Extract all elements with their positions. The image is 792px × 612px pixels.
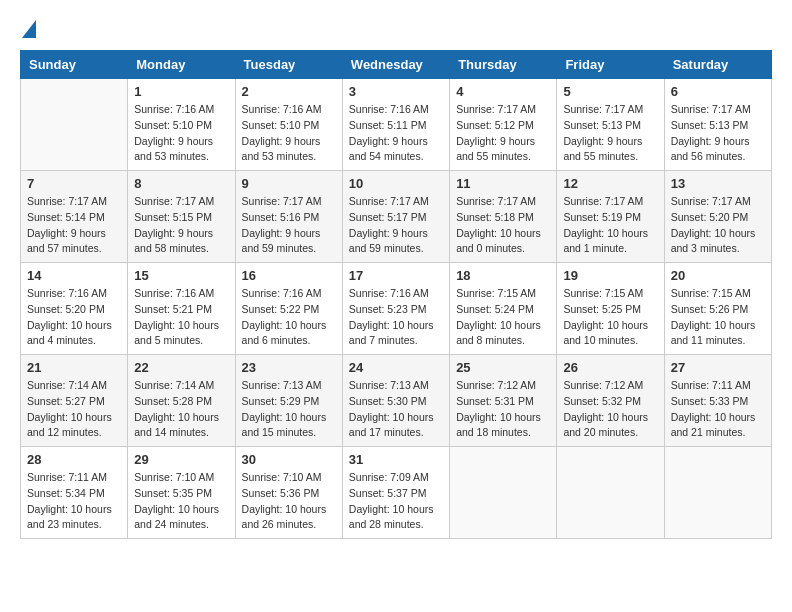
calendar-cell: 27Sunrise: 7:11 AMSunset: 5:33 PMDayligh… [664,355,771,447]
calendar-cell: 19Sunrise: 7:15 AMSunset: 5:25 PMDayligh… [557,263,664,355]
day-info: Sunrise: 7:17 AMSunset: 5:20 PMDaylight:… [671,194,765,257]
day-number: 6 [671,84,765,99]
day-number: 29 [134,452,228,467]
day-info: Sunrise: 7:17 AMSunset: 5:19 PMDaylight:… [563,194,657,257]
day-number: 17 [349,268,443,283]
day-info: Sunrise: 7:17 AMSunset: 5:13 PMDaylight:… [671,102,765,165]
weekday-header-thursday: Thursday [450,51,557,79]
weekday-header-friday: Friday [557,51,664,79]
day-number: 25 [456,360,550,375]
calendar-cell: 20Sunrise: 7:15 AMSunset: 5:26 PMDayligh… [664,263,771,355]
day-number: 27 [671,360,765,375]
day-number: 30 [242,452,336,467]
calendar-cell: 5Sunrise: 7:17 AMSunset: 5:13 PMDaylight… [557,79,664,171]
day-number: 1 [134,84,228,99]
calendar-cell: 3Sunrise: 7:16 AMSunset: 5:11 PMDaylight… [342,79,449,171]
day-number: 7 [27,176,121,191]
day-info: Sunrise: 7:10 AMSunset: 5:35 PMDaylight:… [134,470,228,533]
day-info: Sunrise: 7:17 AMSunset: 5:15 PMDaylight:… [134,194,228,257]
day-number: 21 [27,360,121,375]
calendar-week-row: 21Sunrise: 7:14 AMSunset: 5:27 PMDayligh… [21,355,772,447]
day-info: Sunrise: 7:12 AMSunset: 5:32 PMDaylight:… [563,378,657,441]
day-info: Sunrise: 7:16 AMSunset: 5:22 PMDaylight:… [242,286,336,349]
day-info: Sunrise: 7:16 AMSunset: 5:10 PMDaylight:… [242,102,336,165]
logo [20,20,36,40]
day-number: 23 [242,360,336,375]
calendar-cell: 30Sunrise: 7:10 AMSunset: 5:36 PMDayligh… [235,447,342,539]
calendar-cell: 22Sunrise: 7:14 AMSunset: 5:28 PMDayligh… [128,355,235,447]
calendar-cell: 15Sunrise: 7:16 AMSunset: 5:21 PMDayligh… [128,263,235,355]
day-info: Sunrise: 7:17 AMSunset: 5:13 PMDaylight:… [563,102,657,165]
calendar-header-row: SundayMondayTuesdayWednesdayThursdayFrid… [21,51,772,79]
calendar-cell [21,79,128,171]
day-info: Sunrise: 7:17 AMSunset: 5:14 PMDaylight:… [27,194,121,257]
calendar-week-row: 28Sunrise: 7:11 AMSunset: 5:34 PMDayligh… [21,447,772,539]
day-number: 3 [349,84,443,99]
day-info: Sunrise: 7:17 AMSunset: 5:17 PMDaylight:… [349,194,443,257]
calendar-cell [557,447,664,539]
day-number: 13 [671,176,765,191]
calendar-cell [450,447,557,539]
day-number: 14 [27,268,121,283]
day-info: Sunrise: 7:15 AMSunset: 5:26 PMDaylight:… [671,286,765,349]
logo-triangle-icon [22,20,36,38]
calendar-cell: 16Sunrise: 7:16 AMSunset: 5:22 PMDayligh… [235,263,342,355]
day-number: 2 [242,84,336,99]
day-number: 18 [456,268,550,283]
day-number: 15 [134,268,228,283]
weekday-header-saturday: Saturday [664,51,771,79]
calendar-cell: 6Sunrise: 7:17 AMSunset: 5:13 PMDaylight… [664,79,771,171]
day-number: 19 [563,268,657,283]
calendar-cell: 28Sunrise: 7:11 AMSunset: 5:34 PMDayligh… [21,447,128,539]
calendar-cell: 17Sunrise: 7:16 AMSunset: 5:23 PMDayligh… [342,263,449,355]
calendar-cell: 7Sunrise: 7:17 AMSunset: 5:14 PMDaylight… [21,171,128,263]
day-info: Sunrise: 7:16 AMSunset: 5:21 PMDaylight:… [134,286,228,349]
calendar-cell: 21Sunrise: 7:14 AMSunset: 5:27 PMDayligh… [21,355,128,447]
day-info: Sunrise: 7:16 AMSunset: 5:20 PMDaylight:… [27,286,121,349]
calendar-cell: 1Sunrise: 7:16 AMSunset: 5:10 PMDaylight… [128,79,235,171]
day-info: Sunrise: 7:13 AMSunset: 5:29 PMDaylight:… [242,378,336,441]
calendar-cell: 25Sunrise: 7:12 AMSunset: 5:31 PMDayligh… [450,355,557,447]
day-info: Sunrise: 7:15 AMSunset: 5:24 PMDaylight:… [456,286,550,349]
day-number: 12 [563,176,657,191]
day-number: 11 [456,176,550,191]
day-info: Sunrise: 7:17 AMSunset: 5:18 PMDaylight:… [456,194,550,257]
day-info: Sunrise: 7:11 AMSunset: 5:34 PMDaylight:… [27,470,121,533]
day-number: 20 [671,268,765,283]
day-info: Sunrise: 7:14 AMSunset: 5:27 PMDaylight:… [27,378,121,441]
day-number: 4 [456,84,550,99]
day-info: Sunrise: 7:17 AMSunset: 5:12 PMDaylight:… [456,102,550,165]
calendar-cell: 12Sunrise: 7:17 AMSunset: 5:19 PMDayligh… [557,171,664,263]
day-info: Sunrise: 7:13 AMSunset: 5:30 PMDaylight:… [349,378,443,441]
day-info: Sunrise: 7:12 AMSunset: 5:31 PMDaylight:… [456,378,550,441]
calendar-week-row: 7Sunrise: 7:17 AMSunset: 5:14 PMDaylight… [21,171,772,263]
day-info: Sunrise: 7:14 AMSunset: 5:28 PMDaylight:… [134,378,228,441]
weekday-header-tuesday: Tuesday [235,51,342,79]
calendar-cell: 8Sunrise: 7:17 AMSunset: 5:15 PMDaylight… [128,171,235,263]
weekday-header-monday: Monday [128,51,235,79]
day-info: Sunrise: 7:15 AMSunset: 5:25 PMDaylight:… [563,286,657,349]
calendar-cell [664,447,771,539]
day-number: 26 [563,360,657,375]
day-number: 16 [242,268,336,283]
calendar-cell: 10Sunrise: 7:17 AMSunset: 5:17 PMDayligh… [342,171,449,263]
day-info: Sunrise: 7:10 AMSunset: 5:36 PMDaylight:… [242,470,336,533]
day-number: 22 [134,360,228,375]
page-header [20,20,772,40]
day-info: Sunrise: 7:16 AMSunset: 5:10 PMDaylight:… [134,102,228,165]
weekday-header-wednesday: Wednesday [342,51,449,79]
calendar-cell: 24Sunrise: 7:13 AMSunset: 5:30 PMDayligh… [342,355,449,447]
day-number: 31 [349,452,443,467]
day-info: Sunrise: 7:16 AMSunset: 5:11 PMDaylight:… [349,102,443,165]
day-info: Sunrise: 7:17 AMSunset: 5:16 PMDaylight:… [242,194,336,257]
day-number: 24 [349,360,443,375]
day-number: 28 [27,452,121,467]
calendar-cell: 11Sunrise: 7:17 AMSunset: 5:18 PMDayligh… [450,171,557,263]
calendar-cell: 26Sunrise: 7:12 AMSunset: 5:32 PMDayligh… [557,355,664,447]
day-number: 9 [242,176,336,191]
calendar-cell: 18Sunrise: 7:15 AMSunset: 5:24 PMDayligh… [450,263,557,355]
day-number: 10 [349,176,443,191]
calendar-week-row: 14Sunrise: 7:16 AMSunset: 5:20 PMDayligh… [21,263,772,355]
day-number: 5 [563,84,657,99]
calendar-cell: 4Sunrise: 7:17 AMSunset: 5:12 PMDaylight… [450,79,557,171]
